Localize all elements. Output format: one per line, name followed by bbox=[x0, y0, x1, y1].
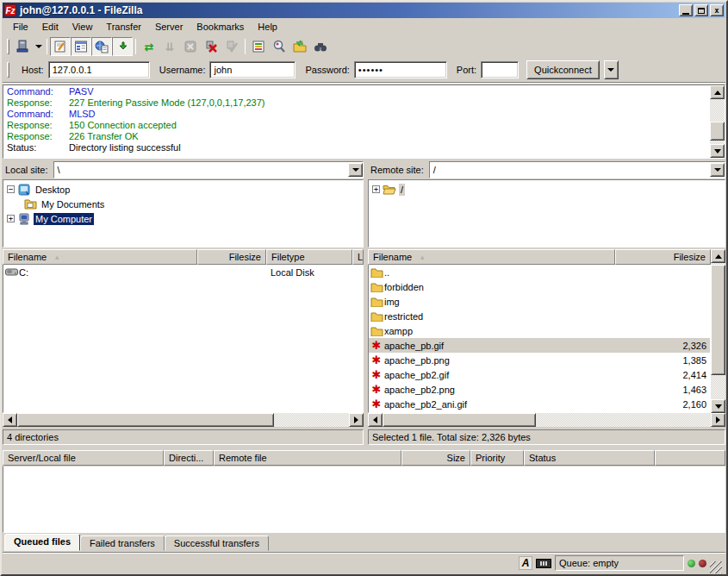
column-header-direction[interactable]: Directi... bbox=[164, 450, 214, 466]
quickconnect-dropdown[interactable] bbox=[604, 60, 619, 79]
remote-file-row[interactable]: ✱ apache_pb2.png 1,463 bbox=[369, 382, 710, 397]
local-directory-tree[interactable]: − Desktop My Documents + bbox=[3, 179, 364, 247]
column-header-filetype[interactable]: Filetype bbox=[266, 249, 352, 265]
local-site-combobox[interactable]: \ bbox=[53, 161, 364, 178]
remote-file-row[interactable]: ✱ apache_pb2_ani.gif 2,160 bbox=[369, 397, 710, 411]
filter-button[interactable] bbox=[248, 37, 269, 56]
scroll-right-button[interactable] bbox=[711, 413, 725, 427]
tree-item-desktop[interactable]: − Desktop bbox=[7, 182, 363, 197]
remote-vertical-scrollbar[interactable] bbox=[711, 265, 725, 413]
tree-item-my-computer[interactable]: + My Computer bbox=[7, 211, 363, 226]
scroll-left-button[interactable] bbox=[368, 413, 383, 427]
reconnect-button[interactable] bbox=[221, 37, 242, 56]
compare-directories-button[interactable] bbox=[269, 37, 289, 56]
scrollbar-thumb[interactable] bbox=[17, 413, 274, 427]
toggle-message-log-button[interactable] bbox=[50, 37, 71, 56]
column-header-lastmodified[interactable]: L bbox=[352, 249, 364, 265]
menu-help[interactable]: Help bbox=[251, 20, 284, 34]
disconnect-button[interactable] bbox=[201, 37, 221, 56]
scroll-down-button[interactable] bbox=[710, 144, 725, 158]
column-header-status[interactable]: Status bbox=[524, 450, 655, 466]
remote-list-header: Filename ▲ Filesize bbox=[368, 249, 725, 265]
column-header-filename[interactable]: Filename ▲ bbox=[368, 249, 615, 265]
column-header-filename[interactable]: Filename ▲ bbox=[3, 249, 197, 265]
remote-status-text: Selected 1 file. Total size: 2,326 bytes bbox=[372, 432, 531, 442]
resize-grip[interactable] bbox=[710, 561, 722, 573]
scroll-left-button[interactable] bbox=[3, 413, 17, 427]
menu-transfer[interactable]: Transfer bbox=[99, 20, 148, 34]
remote-file-row[interactable]: .. bbox=[369, 265, 710, 279]
remote-file-row[interactable]: ✱ apache_pb.png 1,385 bbox=[369, 353, 710, 367]
host-input[interactable] bbox=[48, 61, 150, 78]
site-manager-button[interactable] bbox=[12, 37, 33, 56]
queue-list[interactable] bbox=[3, 466, 725, 533]
toggle-transfer-queue-button[interactable] bbox=[112, 37, 133, 56]
port-input[interactable] bbox=[481, 61, 519, 78]
tab-successful-transfers[interactable]: Successful transfers bbox=[165, 535, 269, 551]
password-input[interactable] bbox=[354, 61, 447, 78]
remote-file-row[interactable]: img bbox=[369, 294, 710, 309]
tree-item-root[interactable]: + / bbox=[372, 182, 725, 197]
username-input[interactable] bbox=[209, 61, 296, 78]
menu-bar: File Edit View Transfer Server Bookmarks… bbox=[3, 18, 725, 35]
column-header-empty[interactable] bbox=[655, 450, 725, 466]
tab-failed-transfers[interactable]: Failed transfers bbox=[80, 535, 165, 551]
remote-file-row[interactable]: ✱ apache_pb2.gif 2,414 bbox=[369, 367, 710, 382]
tree-item-my-documents[interactable]: My Documents bbox=[7, 197, 363, 211]
remote-file-row[interactable]: restricted bbox=[369, 309, 710, 323]
toggle-remote-tree-button[interactable] bbox=[91, 37, 112, 56]
column-header-priority[interactable]: Priority bbox=[470, 450, 524, 466]
column-header-server-local-file[interactable]: Server/Local file bbox=[3, 450, 164, 466]
find-files-button[interactable] bbox=[310, 37, 331, 56]
column-header-filesize[interactable]: Filesize bbox=[197, 249, 266, 265]
column-header-filesize[interactable]: Filesize bbox=[615, 249, 711, 265]
remote-site-dropdown[interactable] bbox=[710, 163, 725, 177]
quickconnect-button[interactable]: Quickconnect bbox=[526, 60, 600, 79]
title-bar[interactable]: Fz john@127.0.0.1 - FileZilla x bbox=[3, 3, 725, 18]
toggle-local-tree-button[interactable] bbox=[71, 37, 91, 56]
tab-queued-files[interactable]: Queued files bbox=[4, 534, 80, 551]
remote-horizontal-scrollbar[interactable] bbox=[368, 413, 725, 427]
remote-file-row-selected[interactable]: ✱ apache_pb.gif 2,326 bbox=[369, 338, 710, 353]
local-file-list[interactable]: C: Local Disk bbox=[3, 265, 364, 413]
refresh-button[interactable]: ⇄ bbox=[139, 37, 159, 56]
folder-icon bbox=[369, 267, 384, 278]
menu-server[interactable]: Server bbox=[148, 20, 190, 34]
local-site-dropdown[interactable] bbox=[348, 163, 363, 177]
scroll-up-button[interactable] bbox=[711, 249, 725, 263]
scrollbar-thumb[interactable] bbox=[710, 122, 725, 141]
menu-file[interactable]: File bbox=[6, 20, 35, 34]
local-file-row[interactable]: C: Local Disk bbox=[3, 265, 363, 279]
process-queue-button[interactable]: ⇊ bbox=[159, 37, 180, 56]
column-header-size[interactable]: Size bbox=[401, 450, 470, 466]
expand-icon[interactable]: + bbox=[7, 215, 15, 222]
remote-site-combobox[interactable]: / bbox=[429, 161, 725, 178]
remote-file-list[interactable]: .. forbidden img res bbox=[368, 265, 711, 413]
arrow-left-icon bbox=[373, 416, 377, 423]
scrollbar-thumb[interactable] bbox=[383, 413, 536, 427]
synchronized-browsing-button[interactable] bbox=[289, 37, 310, 56]
log-vertical-scrollbar[interactable] bbox=[710, 85, 725, 158]
scrollbar-thumb[interactable] bbox=[711, 265, 725, 375]
menu-edit[interactable]: Edit bbox=[35, 20, 65, 34]
column-header-remote-file[interactable]: Remote file bbox=[214, 450, 401, 466]
expand-icon[interactable]: + bbox=[372, 185, 380, 193]
remote-file-row[interactable]: forbidden bbox=[369, 279, 710, 294]
scroll-right-button[interactable] bbox=[349, 413, 364, 427]
cancel-operation-button[interactable] bbox=[180, 37, 201, 56]
maximize-button[interactable] bbox=[694, 4, 708, 16]
close-button[interactable]: x bbox=[710, 4, 724, 16]
remote-directory-tree[interactable]: + / bbox=[368, 179, 725, 247]
minimize-button[interactable] bbox=[679, 4, 693, 16]
scroll-down-button[interactable] bbox=[711, 399, 725, 413]
collapse-icon[interactable]: − bbox=[7, 185, 15, 193]
menu-view[interactable]: View bbox=[65, 20, 100, 34]
toolbar-grip[interactable] bbox=[7, 39, 9, 54]
message-log-view[interactable]: Command:PASV Response:227 Entering Passi… bbox=[3, 85, 710, 158]
site-manager-dropdown[interactable] bbox=[33, 37, 44, 56]
scroll-up-button[interactable] bbox=[710, 85, 725, 99]
quickconnect-grip[interactable] bbox=[7, 62, 9, 78]
remote-file-row[interactable]: xampp bbox=[369, 323, 710, 338]
menu-bookmarks[interactable]: Bookmarks bbox=[190, 20, 251, 34]
local-horizontal-scrollbar[interactable] bbox=[3, 413, 364, 427]
